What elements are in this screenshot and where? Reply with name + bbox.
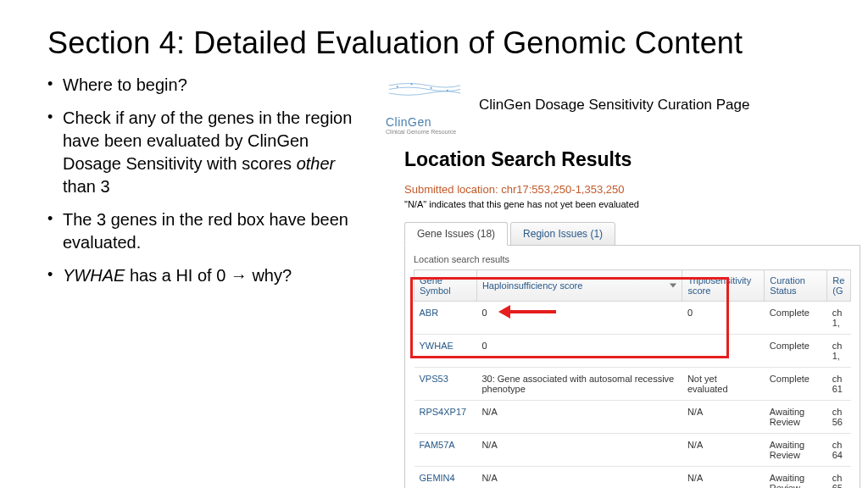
col-hi-score[interactable]: Haploinsufficiency score bbox=[476, 270, 682, 302]
bullet-item: The 3 genes in the red box have been eva… bbox=[47, 208, 370, 254]
results-panel: Location search results Gene Symbol Hapl… bbox=[404, 245, 860, 488]
bullet-item: YWHAE has a HI of 0 → why? bbox=[47, 264, 370, 287]
hi-score-cell: 0 bbox=[476, 302, 682, 335]
hi-score-cell: N/A bbox=[476, 401, 682, 434]
hi-score-cell: 0 bbox=[476, 335, 682, 368]
region-cell: ch 56 bbox=[827, 401, 851, 434]
tab-gene-issues[interactable]: Gene Issues (18) bbox=[404, 222, 508, 246]
table-row[interactable]: FAM57AN/AN/AAwaiting Reviewch 64 bbox=[415, 434, 851, 467]
clingen-logo: ClinGen Clinical Genome Resource bbox=[386, 75, 464, 135]
arrow-icon: → bbox=[231, 266, 248, 285]
gene-symbol-cell[interactable]: FAM57A bbox=[415, 434, 477, 467]
bullet-text: has a HI of 0 bbox=[125, 266, 231, 285]
bullet-text: why? bbox=[248, 266, 292, 285]
tabs: Gene Issues (18) Region Issues (1) bbox=[404, 221, 860, 245]
na-note: "N/A" indicates that this gene has not y… bbox=[404, 199, 860, 209]
col-curation-status[interactable]: Curation Status bbox=[765, 270, 827, 302]
hi-score-cell: N/A bbox=[476, 434, 682, 467]
gene-symbol-cell[interactable]: GEMIN4 bbox=[415, 467, 477, 489]
hi-score-cell: N/A bbox=[476, 467, 682, 489]
curation-status-cell: Complete bbox=[765, 335, 827, 368]
table-row[interactable]: ABR00Completech 1, bbox=[415, 302, 851, 335]
bullet-text: than 3 bbox=[63, 177, 110, 196]
ts-score-cell: N/A bbox=[682, 401, 765, 434]
svg-point-3 bbox=[447, 90, 448, 92]
clingen-screenshot: ClinGen Clinical Genome Resource ClinGen… bbox=[386, 75, 860, 488]
gene-symbol-cell[interactable]: ABR bbox=[415, 302, 477, 335]
gene-symbol-cell[interactable]: YWHAE bbox=[415, 335, 477, 368]
curation-status-cell: Awaiting Review bbox=[765, 401, 827, 434]
col-region[interactable]: Re (G bbox=[827, 270, 851, 302]
section-heading: Location Search Results bbox=[404, 148, 860, 171]
svg-point-0 bbox=[397, 86, 398, 87]
curation-status-cell: Awaiting Review bbox=[765, 434, 827, 467]
table-row[interactable]: RPS4XP17N/AN/AAwaiting Reviewch 56 bbox=[415, 401, 851, 434]
svg-point-1 bbox=[411, 83, 413, 85]
ts-score-cell: 0 bbox=[682, 302, 765, 335]
region-cell: ch 61 bbox=[827, 368, 851, 401]
curation-status-cell: Complete bbox=[765, 368, 827, 401]
region-cell: ch 65 bbox=[827, 467, 851, 489]
table-row[interactable]: GEMIN4N/AN/AAwaiting Reviewch 65 bbox=[415, 467, 851, 489]
bullet-list: Where to begin? Check if any of the gene… bbox=[47, 74, 370, 297]
col-ts-score[interactable]: Triplosensitivity score bbox=[682, 270, 765, 302]
results-table: Gene Symbol Haploinsufficiency score Tri… bbox=[414, 269, 851, 488]
bullet-text-italic: YWHAE bbox=[63, 266, 125, 285]
gene-symbol-cell[interactable]: VPS53 bbox=[415, 368, 477, 401]
ts-score-cell: N/A bbox=[682, 434, 765, 467]
bullet-item: Check if any of the genes in the region … bbox=[47, 107, 370, 198]
bullet-text-italic: other bbox=[297, 154, 336, 173]
table-row[interactable]: VPS5330: Gene associated with autosomal … bbox=[415, 368, 851, 401]
ts-score-cell: N/A bbox=[682, 467, 765, 489]
page-title: ClinGen Dosage Sensitivity Curation Page bbox=[479, 97, 749, 114]
ts-score-cell bbox=[682, 335, 765, 368]
submitted-location: Submitted location: chr17:553,250-1,353,… bbox=[404, 183, 860, 196]
svg-point-2 bbox=[431, 87, 432, 89]
region-cell: ch 64 bbox=[827, 434, 851, 467]
logo-text: ClinGen bbox=[386, 115, 464, 129]
bullet-item: Where to begin? bbox=[47, 74, 370, 97]
panel-subtitle: Location search results bbox=[414, 254, 851, 264]
ts-score-cell: Not yet evaluated bbox=[682, 368, 765, 401]
region-cell: ch 1, bbox=[827, 302, 851, 335]
region-cell: ch 1, bbox=[827, 335, 851, 368]
curation-status-cell: Complete bbox=[765, 302, 827, 335]
slide-title: Section 4: Detailed Evaluation of Genomi… bbox=[47, 24, 827, 62]
gene-symbol-cell[interactable]: RPS4XP17 bbox=[415, 401, 477, 434]
curation-status-cell: Awaiting Review bbox=[765, 467, 827, 489]
logo-subtext: Clinical Genome Resource bbox=[386, 129, 464, 135]
table-row[interactable]: YWHAE0Completech 1, bbox=[415, 335, 851, 368]
col-gene-symbol[interactable]: Gene Symbol bbox=[415, 270, 477, 302]
tab-region-issues[interactable]: Region Issues (1) bbox=[510, 222, 615, 246]
hi-score-cell: 30: Gene associated with autosomal reces… bbox=[476, 368, 682, 401]
